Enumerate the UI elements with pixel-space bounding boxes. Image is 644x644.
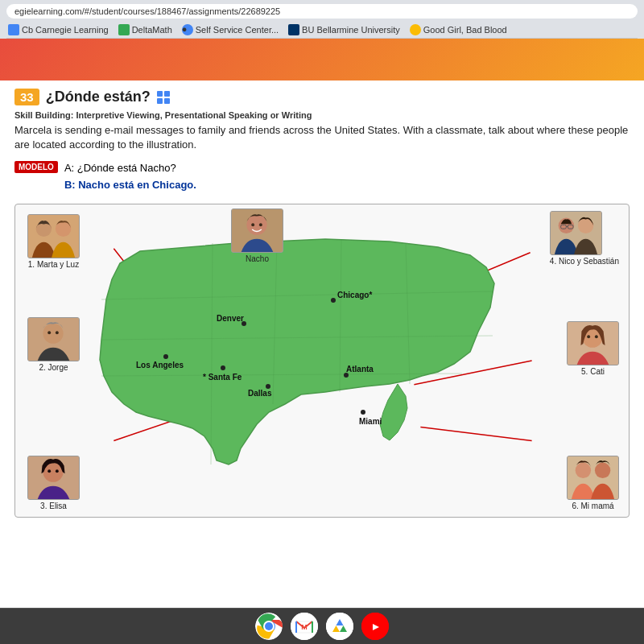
browser-frame: egielearning.com/#/student/courses/18846… xyxy=(0,0,644,644)
selfservice-label: Self Service Center... xyxy=(196,25,279,35)
instruction-text: Marcela is sending e-mail messages to fa… xyxy=(14,123,630,152)
photo-elisa xyxy=(27,456,80,500)
person-marta-luz: 1. Marta y Luz xyxy=(27,214,80,269)
youtube-taskbar-icon[interactable] xyxy=(361,613,389,640)
bookmark-deltamath[interactable]: DeltaMath xyxy=(118,24,172,35)
person-elisa: 3. Elisa xyxy=(27,456,80,510)
svg-point-52 xyxy=(56,469,59,473)
svg-point-55 xyxy=(595,463,610,478)
svg-point-63 xyxy=(326,613,353,640)
question-header: 33 ¿Dónde están? xyxy=(14,89,630,105)
carnegie-icon xyxy=(8,24,19,35)
svg-point-59 xyxy=(265,622,273,630)
svg-text:M: M xyxy=(301,623,308,631)
photo-jorge xyxy=(27,317,80,361)
bookmark-carnegie[interactable]: Cb Carnegie Learning xyxy=(8,24,109,35)
svg-point-42 xyxy=(43,324,63,344)
svg-point-16 xyxy=(163,354,168,359)
bookmark-bellarmine[interactable]: BU Bellarmine University xyxy=(288,24,400,35)
svg-text:Dallas: Dallas xyxy=(248,389,272,398)
svg-point-33 xyxy=(251,223,254,226)
address-bar[interactable]: egielearning.com/#/student/courses/18846… xyxy=(6,4,638,19)
person-nico-sebastian: 4. Nico y Sebastián xyxy=(550,211,619,266)
modelo-text: A: ¿Dónde está Nacho? B: Nacho está en C… xyxy=(64,160,196,194)
svg-point-44 xyxy=(56,331,59,334)
photo-cati xyxy=(567,321,619,365)
photo-nacho xyxy=(231,208,283,253)
label-jorge: 2. Jorge xyxy=(27,363,80,372)
photo-marta-luz xyxy=(27,214,80,258)
bellarmine-icon xyxy=(288,24,299,35)
browser-top: egielearning.com/#/student/courses/18846… xyxy=(0,0,644,39)
person-mi-mama: 6. Mi mamá xyxy=(567,456,619,510)
label-cati: 5. Cati xyxy=(567,367,619,376)
map-container: Chicago* Denver Los Angeles * Santa Fe D… xyxy=(14,204,630,518)
selfservice-icon: ● xyxy=(182,24,193,35)
svg-text:Chicago*: Chicago* xyxy=(337,291,372,299)
label-nico-sebastian: 4. Nico y Sebastián xyxy=(550,257,619,266)
svg-text:Atlanta: Atlanta xyxy=(346,365,374,374)
svg-text:Denver: Denver xyxy=(217,314,244,323)
modelo-line-b: B: Nacho está en Chicago. xyxy=(64,177,196,194)
skill-label: Skill Building: Interpretive Viewing, Pr… xyxy=(14,110,630,120)
goodgirl-icon xyxy=(410,24,421,35)
usa-map: Chicago* Denver Los Angeles * Santa Fe D… xyxy=(92,235,502,469)
svg-point-54 xyxy=(576,463,591,478)
svg-point-48 xyxy=(595,335,598,338)
person-nacho: Nacho xyxy=(231,208,283,263)
modelo-line-a: A: ¿Dónde está Nacho? xyxy=(64,160,196,177)
svg-point-20 xyxy=(361,410,365,415)
label-nacho: Nacho xyxy=(231,254,283,263)
label-mi-mama: 6. Mi mamá xyxy=(567,502,619,510)
person-cati: 5. Cati xyxy=(567,321,619,376)
orange-header-bar xyxy=(0,39,644,80)
modelo-block: MODELO A: ¿Dónde está Nacho? B: Nacho es… xyxy=(14,160,630,194)
deltamath-label: DeltaMath xyxy=(132,25,172,35)
svg-point-47 xyxy=(587,335,590,338)
photo-nico-sebastian xyxy=(550,211,602,255)
label-marta-luz: 1. Marta y Luz xyxy=(27,260,80,269)
bookmarks-bar: Cb Carnegie Learning DeltaMath ● Self Se… xyxy=(6,22,638,39)
bookmark-selfservice[interactable]: ● Self Service Center... xyxy=(182,24,279,35)
deltamath-icon xyxy=(118,24,130,35)
svg-text:Miami: Miami xyxy=(359,417,382,426)
taskbar: M xyxy=(0,608,644,644)
chrome-taskbar-icon[interactable] xyxy=(255,613,283,640)
question-number: 33 xyxy=(14,89,39,105)
svg-point-14 xyxy=(331,298,336,303)
drive-taskbar-icon[interactable] xyxy=(326,613,353,640)
photo-mi-mama xyxy=(567,456,619,500)
main-content: 33 ¿Dónde están? Skill Building: Interpr… xyxy=(0,80,644,608)
gmail-taskbar-icon[interactable]: M xyxy=(291,613,318,640)
svg-text:* Santa Fe: * Santa Fe xyxy=(203,373,242,382)
svg-point-17 xyxy=(221,365,225,370)
grid-icon xyxy=(157,91,170,104)
bellarmine-label: BU Bellarmine University xyxy=(302,25,400,35)
svg-point-51 xyxy=(47,469,51,473)
svg-text:Los Angeles: Los Angeles xyxy=(136,361,184,369)
modelo-label: MODELO xyxy=(14,161,58,173)
address-text: egielearning.com/#/student/courses/18846… xyxy=(14,6,280,16)
question-title: ¿Dónde están? xyxy=(46,89,151,105)
label-elisa: 3. Elisa xyxy=(27,502,80,510)
svg-point-34 xyxy=(259,223,262,226)
goodgirl-label: Good Girl, Bad Blood xyxy=(423,25,507,35)
carnegie-label: Cb Carnegie Learning xyxy=(22,25,109,35)
person-jorge: 2. Jorge xyxy=(27,317,80,372)
svg-point-43 xyxy=(47,331,51,334)
bookmark-goodgirl[interactable]: Good Girl, Bad Blood xyxy=(410,24,507,35)
